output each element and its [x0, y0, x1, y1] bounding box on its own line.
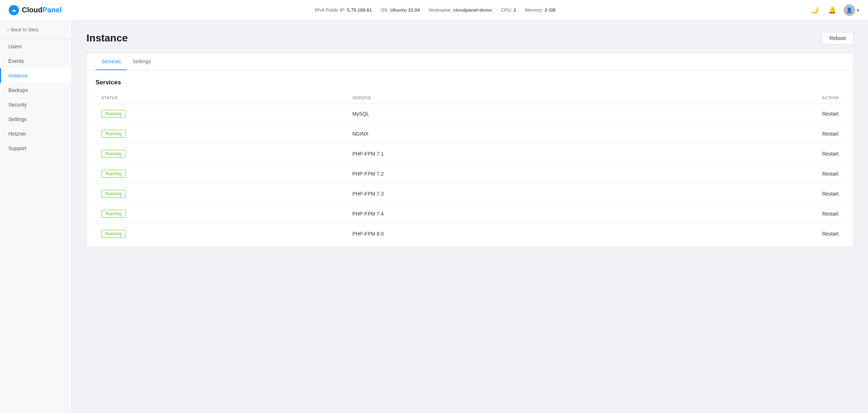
os-info: OS: Ubuntu 22.04	[381, 7, 420, 13]
header-actions: 🌙 🔔 👤 ▾	[809, 4, 859, 16]
tab-services[interactable]: Services	[96, 53, 127, 70]
status-badge: Running	[101, 110, 126, 118]
status-badge: Running	[101, 170, 126, 178]
server-info: IPv4 Public IP: 5.75.188.61 OS: Ubuntu 2…	[315, 7, 556, 13]
service-name-cell: MySQL	[347, 104, 647, 124]
service-name-cell: PHP-FPM 7.3	[347, 184, 647, 204]
logo-panel: Panel	[43, 6, 62, 14]
memory-info: Memory: 2 GB	[525, 7, 556, 13]
action-cell: Restart	[647, 184, 844, 204]
main-layout: ‹ Back to Sites Users Events Instance Ba…	[0, 20, 868, 413]
status-cell: Running	[96, 124, 347, 144]
service-name-cell: PHP-FPM 7.2	[347, 164, 647, 184]
action-cell: Restart	[647, 224, 844, 244]
sidebar-item-backups[interactable]: Backups	[0, 83, 72, 97]
service-name-cell: PHP-FPM 7.1	[347, 144, 647, 164]
avatar: 👤	[844, 4, 855, 16]
status-badge: Running	[101, 130, 126, 138]
service-name-cell: NGINX	[347, 124, 647, 144]
notifications-button[interactable]: 🔔	[826, 4, 838, 16]
back-to-sites-label: Back to Sites	[11, 27, 39, 32]
logo-text: CloudPanel	[22, 6, 62, 14]
status-cell: Running	[96, 224, 347, 244]
status-cell: Running	[96, 164, 347, 184]
restart-button[interactable]: Restart	[822, 231, 839, 237]
status-badge: Running	[101, 230, 126, 238]
restart-button[interactable]: Restart	[822, 151, 839, 157]
logo-cloud: Cloud	[22, 6, 43, 14]
cpu-value: 2	[513, 7, 516, 13]
col-header-status: STATUS	[96, 92, 347, 104]
services-table: STATUS SERVICE ACTION RunningMySQLRestar…	[96, 92, 844, 244]
os-value: Ubuntu 22.04	[390, 7, 420, 13]
user-menu-button[interactable]: 👤 ▾	[844, 4, 859, 16]
restart-button[interactable]: Restart	[822, 171, 839, 177]
table-row: RunningPHP-FPM 7.4Restart	[96, 204, 844, 224]
table-row: RunningPHP-FPM 7.1Restart	[96, 144, 844, 164]
memory-value: 2 GB	[545, 7, 556, 13]
status-cell: Running	[96, 184, 347, 204]
cpu-label: CPU:	[501, 7, 512, 13]
main-content: Instance Reboot Services Settings Servic…	[72, 20, 868, 413]
cpu-info: CPU: 2	[501, 7, 516, 13]
table-row: RunningPHP-FPM 7.2Restart	[96, 164, 844, 184]
table-row: RunningPHP-FPM 8.0Restart	[96, 224, 844, 244]
sidebar-item-events[interactable]: Events	[0, 54, 72, 68]
hostname-info: Hostname: cloudpanel-demo	[429, 7, 492, 13]
tab-bar: Services Settings	[87, 53, 853, 70]
status-badge: Running	[101, 190, 126, 198]
sidebar-item-support[interactable]: Support	[0, 141, 72, 156]
memory-label: Memory:	[525, 7, 544, 13]
logo: ☁ CloudPanel	[9, 5, 62, 15]
restart-button[interactable]: Restart	[822, 131, 839, 137]
sidebar-item-settings[interactable]: Settings	[0, 112, 72, 127]
page-header: Instance Reboot	[86, 32, 853, 44]
tab-settings[interactable]: Settings	[127, 53, 157, 70]
status-badge: Running	[101, 150, 126, 158]
restart-button[interactable]: Restart	[822, 191, 839, 197]
ipv4-value: 5.75.188.61	[347, 7, 372, 13]
action-cell: Restart	[647, 204, 844, 224]
col-header-action: ACTION	[647, 92, 844, 104]
sidebar-item-instance[interactable]: Instance	[0, 68, 72, 83]
status-cell: Running	[96, 144, 347, 164]
sidebar-item-security[interactable]: Security	[0, 97, 72, 112]
theme-toggle-button[interactable]: 🌙	[809, 4, 820, 16]
back-to-sites-link[interactable]: ‹ Back to Sites	[0, 20, 72, 39]
table-row: RunningPHP-FPM 7.3Restart	[96, 184, 844, 204]
status-cell: Running	[96, 104, 347, 124]
sidebar-nav: Users Events Instance Backups Security S…	[0, 39, 72, 156]
restart-button[interactable]: Restart	[822, 211, 839, 217]
sidebar: ‹ Back to Sites Users Events Instance Ba…	[0, 20, 72, 413]
service-name-cell: PHP-FPM 8.0	[347, 224, 647, 244]
action-cell: Restart	[647, 144, 844, 164]
table-header-row: STATUS SERVICE ACTION	[96, 92, 844, 104]
status-badge: Running	[101, 210, 126, 218]
table-row: RunningMySQLRestart	[96, 104, 844, 124]
action-cell: Restart	[647, 104, 844, 124]
services-section: Services STATUS SERVICE ACTION RunningMy…	[87, 70, 853, 246]
sidebar-item-users[interactable]: Users	[0, 39, 72, 54]
restart-button[interactable]: Restart	[822, 111, 839, 117]
hostname-label: Hostname:	[429, 7, 452, 13]
sidebar-item-hetzner[interactable]: Hetzner	[0, 127, 72, 141]
status-cell: Running	[96, 204, 347, 224]
ipv4-info: IPv4 Public IP: 5.75.188.61	[315, 7, 372, 13]
os-label: OS:	[381, 7, 389, 13]
main-header: ☁ CloudPanel IPv4 Public IP: 5.75.188.61…	[0, 0, 868, 20]
services-section-title: Services	[96, 79, 844, 86]
ipv4-label: IPv4 Public IP:	[315, 7, 346, 13]
page-title: Instance	[86, 32, 128, 44]
service-name-cell: PHP-FPM 7.4	[347, 204, 647, 224]
instance-card: Services Settings Services STATUS SERVIC…	[86, 53, 853, 247]
hostname-value: cloudpanel-demo	[453, 7, 492, 13]
logo-icon: ☁	[9, 5, 19, 15]
reboot-button[interactable]: Reboot	[822, 32, 853, 44]
col-header-service: SERVICE	[347, 92, 647, 104]
dropdown-chevron-icon: ▾	[857, 7, 859, 13]
action-cell: Restart	[647, 164, 844, 184]
table-row: RunningNGINXRestart	[96, 124, 844, 144]
action-cell: Restart	[647, 124, 844, 144]
back-arrow-icon: ‹	[7, 27, 9, 32]
